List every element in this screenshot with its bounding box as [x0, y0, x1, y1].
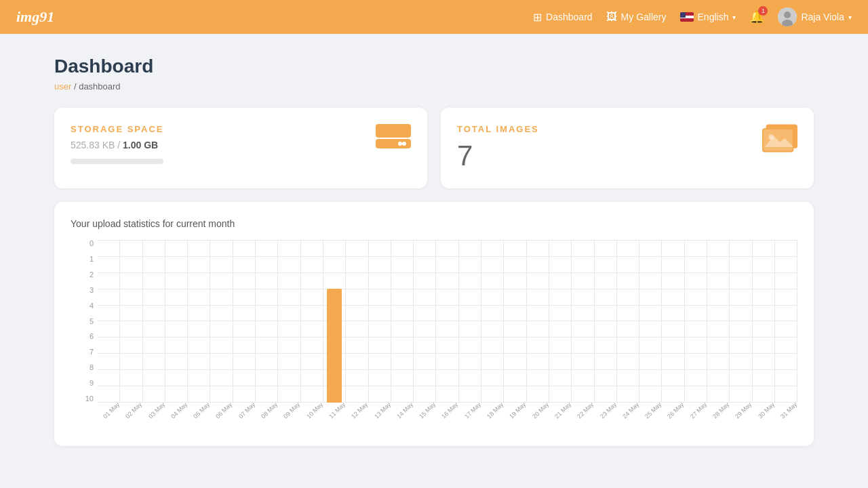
- bar-column: [188, 240, 210, 403]
- user-name: Raja Viola: [801, 12, 844, 22]
- storage-used: 525.83 KB: [71, 140, 115, 150]
- bar-column: [436, 240, 458, 403]
- chart-x-axis: 01 May02 May03 May04 May05 May06 May07 M…: [98, 403, 797, 430]
- storage-card: STORAGE SPACE 525.83 KB / 1.00 GB: [54, 108, 427, 188]
- svg-point-1: [784, 12, 791, 18]
- dashboard-icon: ⊞: [533, 11, 542, 24]
- header-nav: ⊞ Dashboard 🖼 My Gallery English ▾ 🔔 1: [533, 7, 852, 26]
- page-title: Dashboard: [54, 56, 814, 77]
- bar-column: [301, 240, 323, 403]
- bar-column: [256, 240, 278, 403]
- svg-point-5: [402, 142, 406, 146]
- bar-column: [595, 240, 617, 403]
- breadcrumb-user[interactable]: user: [54, 81, 71, 92]
- flag-icon: [680, 12, 694, 22]
- bar-column: [527, 240, 549, 403]
- notification-badge: 1: [758, 6, 768, 16]
- storage-card-header: STORAGE SPACE 525.83 KB / 1.00 GB: [71, 124, 411, 164]
- y-axis-label: 10: [71, 395, 98, 403]
- bar-column: [120, 240, 142, 403]
- bar-column: [481, 240, 504, 403]
- svg-point-11: [768, 134, 773, 139]
- nav-gallery-label: My Gallery: [621, 12, 667, 22]
- bar-column: [753, 240, 775, 403]
- language-selector[interactable]: English ▾: [680, 12, 736, 22]
- bar-column: [369, 240, 391, 403]
- y-axis-label: 6: [71, 333, 98, 340]
- bar-column: [775, 240, 797, 403]
- bar-column: [730, 240, 752, 403]
- x-axis-label: 31 May: [778, 400, 810, 431]
- language-label: English: [698, 12, 729, 22]
- y-axis-label: 1: [71, 256, 98, 263]
- images-card-left: TOTAL IMAGES 7: [457, 124, 539, 172]
- storage-total: 1.00 GB: [123, 140, 158, 150]
- chart-bars: [98, 240, 797, 403]
- bar-column: [549, 240, 572, 403]
- chevron-down-icon: ▾: [732, 14, 736, 21]
- bar-column: [617, 240, 639, 403]
- bar-column: [143, 240, 165, 403]
- bar-fill: [327, 289, 342, 403]
- chart-card: Your upload statistics for current month…: [54, 202, 814, 446]
- storage-separator: /: [117, 140, 123, 150]
- storage-usage: 525.83 KB / 1.00 GB: [71, 140, 163, 150]
- y-axis-label: 0: [71, 240, 98, 247]
- bar-column: [414, 240, 436, 403]
- user-menu[interactable]: Raja Viola ▾: [778, 7, 852, 26]
- main-content: Dashboard user / dashboard STORAGE SPACE…: [0, 34, 868, 468]
- svg-rect-3: [376, 124, 411, 138]
- bar-column: [233, 240, 256, 403]
- images-value: 7: [457, 140, 539, 172]
- y-axis-label: 5: [71, 318, 98, 325]
- images-label: TOTAL IMAGES: [457, 124, 539, 134]
- chart-title: Your upload statistics for current month: [71, 218, 797, 229]
- bar-column: [391, 240, 414, 403]
- bar-column: [459, 240, 481, 403]
- bar-column: [504, 240, 526, 403]
- bar-column: [639, 240, 662, 403]
- storage-label: STORAGE SPACE: [71, 124, 163, 134]
- bar-column: [346, 240, 368, 403]
- images-card: TOTAL IMAGES 7: [441, 108, 814, 188]
- svg-rect-9: [764, 129, 793, 151]
- bar-column: [662, 240, 684, 403]
- storage-card-left: STORAGE SPACE 525.83 KB / 1.00 GB: [71, 124, 163, 164]
- avatar: [778, 7, 797, 26]
- y-axis-label: 9: [71, 380, 98, 387]
- y-axis-label: 7: [71, 348, 98, 356]
- bar-column: [572, 240, 594, 403]
- y-axis-label: 2: [71, 271, 98, 279]
- nav-dashboard[interactable]: ⊞ Dashboard: [533, 11, 593, 24]
- y-axis-label: 8: [71, 364, 98, 371]
- user-chevron-icon: ▾: [848, 14, 852, 21]
- y-axis-label: 3: [71, 287, 98, 294]
- chart-bars-wrapper: [98, 240, 797, 403]
- storage-progress-bg: [71, 159, 163, 164]
- images-card-header: TOTAL IMAGES 7: [457, 124, 797, 172]
- header: img91 ⊞ Dashboard 🖼 My Gallery English ▾…: [0, 0, 868, 34]
- bar-column: [707, 240, 730, 403]
- nav-dashboard-label: Dashboard: [546, 12, 593, 22]
- svg-point-6: [398, 142, 402, 146]
- bar-column: [98, 240, 120, 403]
- logo[interactable]: img91: [16, 8, 54, 26]
- breadcrumb-page: dashboard: [79, 81, 120, 92]
- bar-column: [685, 240, 707, 403]
- breadcrumb: user / dashboard: [54, 81, 814, 92]
- nav-gallery[interactable]: 🖼 My Gallery: [606, 11, 667, 23]
- y-axis-label: 4: [71, 302, 98, 310]
- storage-icon: [376, 124, 411, 154]
- bar-column: [278, 240, 300, 403]
- bar-column: [323, 240, 346, 403]
- bar-column: [210, 240, 233, 403]
- chart-y-axis: 109876543210: [71, 240, 98, 403]
- images-icon: [762, 124, 797, 155]
- gallery-nav-icon: 🖼: [606, 11, 617, 23]
- bar-column: [165, 240, 188, 403]
- stats-cards: STORAGE SPACE 525.83 KB / 1.00 GB: [54, 108, 814, 188]
- notifications-button[interactable]: 🔔 1: [749, 9, 764, 24]
- chart-container: 109876543210 01 May02 May03 May04 May05 …: [71, 240, 797, 430]
